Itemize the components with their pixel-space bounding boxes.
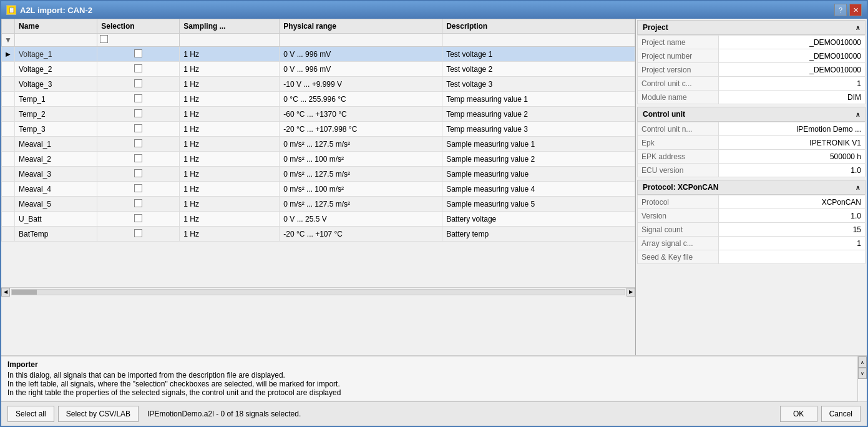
row-selection[interactable] [97, 47, 180, 62]
cancel-button[interactable]: Cancel [821, 406, 861, 422]
row-selection[interactable] [97, 62, 180, 77]
importer-title: Importer [7, 360, 851, 369]
importer-scroll-down[interactable]: ∨ [858, 368, 867, 379]
property-row: Project name_DEMO010000 [638, 36, 866, 49]
protocol-collapse-btn[interactable]: ∧ [856, 184, 860, 191]
row-name: Voltage_1 [15, 47, 97, 62]
row-arrow-cell [2, 77, 15, 92]
row-selection[interactable] [97, 122, 180, 137]
row-sampling: 1 Hz [180, 227, 280, 242]
row-checkbox[interactable] [134, 169, 142, 177]
row-arrow-cell [2, 197, 15, 212]
ok-button[interactable]: OK [780, 406, 817, 422]
left-panel: Name Selection Sampling ... Physical ran… [1, 19, 636, 355]
select-all-checkbox[interactable] [100, 35, 108, 43]
row-checkbox[interactable] [134, 214, 142, 222]
row-sampling: 1 Hz [180, 47, 280, 62]
close-button[interactable]: ✕ [849, 4, 862, 16]
row-selection[interactable] [97, 212, 180, 227]
row-physical-range: 0 V ... 996 mV [280, 62, 442, 77]
horizontal-scrollbar[interactable]: ◀ ▶ [1, 287, 635, 296]
row-sampling: 1 Hz [180, 152, 280, 167]
row-checkbox[interactable] [134, 199, 142, 207]
row-selection[interactable] [97, 137, 180, 152]
property-label: Control unit c... [638, 77, 719, 91]
table-row: Voltage_21 Hz0 V ... 996 mVTest voltage … [2, 62, 635, 77]
property-label: Project version [638, 63, 719, 77]
table-row: ▶Voltage_11 Hz0 V ... 996 mVTest voltage… [2, 47, 635, 62]
filter-arrow-cell: ▼ [2, 34, 15, 47]
control-unit-section-title: Control unit [643, 110, 685, 119]
row-selection[interactable] [97, 107, 180, 122]
row-sampling: 1 Hz [180, 212, 280, 227]
project-collapse-btn[interactable]: ∧ [856, 24, 860, 31]
title-bar-left: 📋 A2L import: CAN-2 [6, 5, 92, 15]
property-label: Protocol [638, 195, 719, 209]
property-row: Signal count15 [638, 223, 866, 237]
property-row: Module nameDIM [638, 91, 866, 104]
row-selection[interactable] [97, 182, 180, 197]
row-arrow-cell [2, 107, 15, 122]
col-arrow [2, 19, 15, 34]
row-arrow-cell [2, 92, 15, 107]
importer-line2: In the left table, all signals, where th… [7, 380, 851, 388]
select-by-csv-button[interactable]: Select by CSV/LAB [58, 406, 139, 422]
importer-info: Importer In this dialog, all signals tha… [1, 356, 857, 401]
row-name: Meaval_3 [15, 167, 97, 182]
row-selection[interactable] [97, 77, 180, 92]
row-name: Voltage_2 [15, 62, 97, 77]
row-arrow-cell: ▶ [2, 47, 15, 62]
row-sampling: 1 Hz [180, 122, 280, 137]
scroll-track[interactable] [11, 289, 625, 295]
row-checkbox[interactable] [134, 154, 142, 162]
property-row: Seed & Key file [638, 250, 866, 264]
importer-line1: In this dialog, all signals that can be … [7, 371, 851, 380]
protocol-section-header: Protocol: XCPonCAN ∧ [637, 180, 866, 195]
filter-icon: ▼ [4, 36, 12, 44]
row-selection[interactable] [97, 167, 180, 182]
property-label: Project number [638, 49, 719, 63]
row-checkbox[interactable] [134, 184, 142, 192]
dialog-icon: 📋 [6, 5, 16, 15]
scroll-right-button[interactable]: ▶ [627, 288, 635, 297]
scroll-left-button[interactable]: ◀ [1, 288, 10, 297]
row-description: Sample measuring value 2 [442, 152, 635, 167]
row-checkbox[interactable] [134, 64, 142, 72]
row-arrow-cell [2, 152, 15, 167]
property-value [719, 250, 866, 264]
property-value: 1.0 [719, 209, 866, 223]
row-checkbox[interactable] [134, 94, 142, 102]
col-sampling-header: Sampling ... [180, 19, 280, 34]
table-row: Meaval_31 Hz0 m/s² ... 127.5 m/s²Sample … [2, 167, 635, 182]
status-text: IPEmotionDemo.a2l - 0 of 18 signals sele… [142, 410, 776, 418]
row-name: Temp_3 [15, 122, 97, 137]
row-selection[interactable] [97, 227, 180, 242]
row-checkbox[interactable] [134, 229, 142, 237]
row-checkbox[interactable] [134, 139, 142, 147]
row-selection[interactable] [97, 152, 180, 167]
row-checkbox[interactable] [134, 109, 142, 117]
row-selection[interactable] [97, 197, 180, 212]
row-checkbox[interactable] [134, 49, 142, 57]
row-checkbox[interactable] [134, 124, 142, 132]
row-description: Battery voltage [442, 212, 635, 227]
help-button[interactable]: ? [834, 4, 847, 16]
row-selection[interactable] [97, 92, 180, 107]
property-value: XCPonCAN [719, 195, 866, 209]
property-label: EPK address [638, 150, 719, 164]
row-sampling: 1 Hz [180, 62, 280, 77]
row-name: Meaval_5 [15, 197, 97, 212]
dialog: 📋 A2L import: CAN-2 ? ✕ Name Selection S… [0, 0, 868, 427]
importer-scroll-up[interactable]: ∧ [858, 356, 867, 368]
filter-description-cell [442, 34, 635, 47]
row-name: Meaval_1 [15, 137, 97, 152]
property-label: Project name [638, 36, 719, 49]
row-description: Test voltage 3 [442, 77, 635, 92]
table-scroll[interactable]: Name Selection Sampling ... Physical ran… [1, 19, 635, 287]
select-all-button[interactable]: Select all [7, 406, 54, 422]
row-name: Voltage_3 [15, 77, 97, 92]
control-unit-collapse-btn[interactable]: ∧ [856, 111, 860, 118]
property-label: Signal count [638, 223, 719, 237]
row-checkbox[interactable] [134, 79, 142, 87]
importer-scroll: ∧ ∨ [857, 356, 867, 401]
